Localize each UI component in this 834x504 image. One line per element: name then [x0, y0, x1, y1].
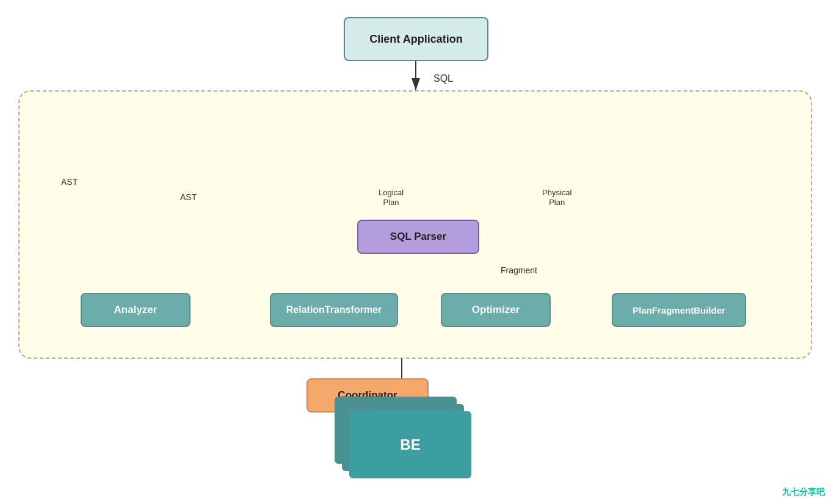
- diagram-container: Client Application SQL SQL Parser Analyz…: [0, 0, 834, 504]
- yellow-container: SQL Parser Analyzer RelationTransformer …: [18, 90, 812, 359]
- ast-label-down: AST: [61, 177, 78, 187]
- relation-transformer-box: RelationTransformer: [270, 293, 398, 327]
- client-app-label: Client Application: [369, 33, 462, 46]
- watermark: 九七分享吧: [782, 487, 825, 498]
- be-label: BE: [400, 436, 420, 453]
- ast-label-right: AST: [180, 192, 197, 202]
- optimizer-label: Optimizer: [472, 304, 520, 316]
- relation-transformer-label: RelationTransformer: [286, 304, 382, 315]
- sql-label: SQL: [433, 73, 453, 84]
- physical-plan-label: Physical Plan: [542, 188, 571, 207]
- fragment-label: Fragment: [501, 265, 537, 275]
- client-app-box: Client Application: [344, 17, 488, 61]
- sql-parser-label: SQL Parser: [390, 231, 446, 243]
- analyzer-box: Analyzer: [81, 293, 190, 327]
- be-box-front: BE: [349, 411, 471, 478]
- sql-parser-box: SQL Parser: [357, 220, 479, 254]
- plan-fragment-builder-box: PlanFragmentBuilder: [612, 293, 746, 327]
- analyzer-label: Analyzer: [114, 304, 158, 316]
- plan-fragment-builder-label: PlanFragmentBuilder: [633, 305, 725, 315]
- be-stack: BE: [335, 397, 469, 488]
- logical-plan-label: Logical Plan: [379, 188, 404, 207]
- optimizer-box: Optimizer: [441, 293, 551, 327]
